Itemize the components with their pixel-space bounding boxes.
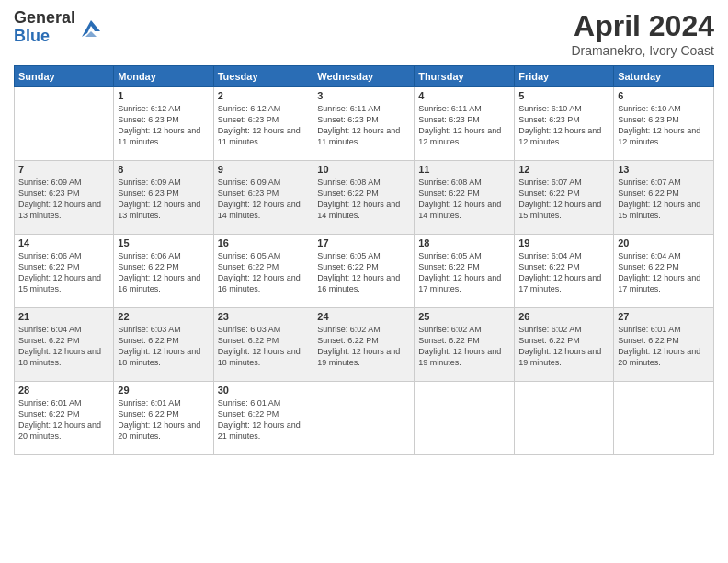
day-number: 19 <box>518 237 609 248</box>
day-info: Sunrise: 6:09 AMSunset: 6:23 PMDaylight:… <box>118 177 209 222</box>
day-info: Sunrise: 6:05 AMSunset: 6:22 PMDaylight:… <box>218 250 310 295</box>
day-number: 5 <box>518 90 609 101</box>
logo-icon <box>78 15 104 40</box>
calendar-cell: 3Sunrise: 6:11 AMSunset: 6:23 PMDaylight… <box>313 87 415 161</box>
calendar-cell: 30Sunrise: 6:01 AMSunset: 6:22 PMDayligh… <box>213 382 313 455</box>
day-info: Sunrise: 6:06 AMSunset: 6:22 PMDaylight:… <box>18 250 109 295</box>
day-number: 30 <box>218 385 310 396</box>
day-info: Sunrise: 6:11 AMSunset: 6:23 PMDaylight:… <box>317 103 410 148</box>
calendar-cell: 19Sunrise: 6:04 AMSunset: 6:22 PMDayligh… <box>515 235 614 308</box>
page-container: General Blue April 2024 Dramanekro, Ivor… <box>0 0 728 563</box>
day-info: Sunrise: 6:12 AMSunset: 6:23 PMDaylight:… <box>118 103 209 148</box>
calendar-cell: 11Sunrise: 6:08 AMSunset: 6:22 PMDayligh… <box>415 161 515 235</box>
calendar-header-monday: Monday <box>114 66 213 87</box>
day-number: 23 <box>218 311 310 322</box>
day-number: 4 <box>418 90 510 101</box>
day-info: Sunrise: 6:04 AMSunset: 6:22 PMDaylight:… <box>618 250 710 295</box>
calendar-cell: 24Sunrise: 6:02 AMSunset: 6:22 PMDayligh… <box>313 308 415 382</box>
day-number: 17 <box>317 237 410 248</box>
calendar-cell: 28Sunrise: 6:01 AMSunset: 6:22 PMDayligh… <box>15 382 114 455</box>
calendar-cell <box>515 382 614 455</box>
day-number: 29 <box>118 385 209 396</box>
day-number: 15 <box>118 237 209 248</box>
day-number: 9 <box>218 164 310 175</box>
calendar-week-row: 28Sunrise: 6:01 AMSunset: 6:22 PMDayligh… <box>15 382 714 455</box>
calendar-cell <box>313 382 415 455</box>
day-number: 7 <box>18 164 109 175</box>
day-info: Sunrise: 6:04 AMSunset: 6:22 PMDaylight:… <box>518 250 609 295</box>
day-info: Sunrise: 6:02 AMSunset: 6:22 PMDaylight:… <box>418 324 510 369</box>
day-info: Sunrise: 6:01 AMSunset: 6:22 PMDaylight:… <box>218 397 310 442</box>
day-number: 11 <box>418 164 510 175</box>
calendar-cell: 2Sunrise: 6:12 AMSunset: 6:23 PMDaylight… <box>213 87 313 161</box>
day-number: 20 <box>618 237 710 248</box>
day-info: Sunrise: 6:01 AMSunset: 6:22 PMDaylight:… <box>118 397 209 442</box>
day-number: 26 <box>518 311 609 322</box>
calendar-week-row: 21Sunrise: 6:04 AMSunset: 6:22 PMDayligh… <box>15 308 714 382</box>
day-number: 1 <box>118 90 209 101</box>
calendar-cell: 7Sunrise: 6:09 AMSunset: 6:23 PMDaylight… <box>15 161 114 235</box>
day-info: Sunrise: 6:12 AMSunset: 6:23 PMDaylight:… <box>218 103 310 148</box>
day-info: Sunrise: 6:07 AMSunset: 6:22 PMDaylight:… <box>618 177 710 222</box>
calendar-header-friday: Friday <box>515 66 614 87</box>
calendar-cell: 26Sunrise: 6:02 AMSunset: 6:22 PMDayligh… <box>515 308 614 382</box>
logo-blue: Blue <box>14 28 75 46</box>
day-info: Sunrise: 6:03 AMSunset: 6:22 PMDaylight:… <box>218 324 310 369</box>
calendar-cell: 1Sunrise: 6:12 AMSunset: 6:23 PMDaylight… <box>114 87 213 161</box>
calendar-cell <box>415 382 515 455</box>
calendar-cell: 29Sunrise: 6:01 AMSunset: 6:22 PMDayligh… <box>114 382 213 455</box>
day-info: Sunrise: 6:01 AMSunset: 6:22 PMDaylight:… <box>618 324 710 369</box>
calendar-cell: 15Sunrise: 6:06 AMSunset: 6:22 PMDayligh… <box>114 235 213 308</box>
calendar-header-saturday: Saturday <box>614 66 714 87</box>
day-info: Sunrise: 6:10 AMSunset: 6:23 PMDaylight:… <box>518 103 609 148</box>
logo-general: General <box>14 9 75 28</box>
day-info: Sunrise: 6:09 AMSunset: 6:23 PMDaylight:… <box>18 177 109 222</box>
day-number: 21 <box>18 311 109 322</box>
calendar-cell: 22Sunrise: 6:03 AMSunset: 6:22 PMDayligh… <box>114 308 213 382</box>
calendar-header-thursday: Thursday <box>415 66 515 87</box>
day-number: 27 <box>618 311 710 322</box>
calendar-cell: 14Sunrise: 6:06 AMSunset: 6:22 PMDayligh… <box>15 235 114 308</box>
day-info: Sunrise: 6:02 AMSunset: 6:22 PMDaylight:… <box>518 324 609 369</box>
calendar-cell: 12Sunrise: 6:07 AMSunset: 6:22 PMDayligh… <box>515 161 614 235</box>
day-number: 25 <box>418 311 510 322</box>
day-number: 18 <box>418 237 510 248</box>
calendar-cell: 4Sunrise: 6:11 AMSunset: 6:23 PMDaylight… <box>415 87 515 161</box>
calendar-cell: 21Sunrise: 6:04 AMSunset: 6:22 PMDayligh… <box>15 308 114 382</box>
calendar-cell: 9Sunrise: 6:09 AMSunset: 6:23 PMDaylight… <box>213 161 313 235</box>
calendar-header-wednesday: Wednesday <box>313 66 415 87</box>
calendar-cell <box>614 382 714 455</box>
day-info: Sunrise: 6:05 AMSunset: 6:22 PMDaylight:… <box>418 250 510 295</box>
logo-text: General Blue <box>14 9 75 46</box>
header: General Blue April 2024 Dramanekro, Ivor… <box>14 9 714 58</box>
calendar-cell: 20Sunrise: 6:04 AMSunset: 6:22 PMDayligh… <box>614 235 714 308</box>
day-number: 24 <box>317 311 410 322</box>
day-info: Sunrise: 6:06 AMSunset: 6:22 PMDaylight:… <box>118 250 209 295</box>
calendar-cell: 16Sunrise: 6:05 AMSunset: 6:22 PMDayligh… <box>213 235 313 308</box>
day-info: Sunrise: 6:08 AMSunset: 6:22 PMDaylight:… <box>317 177 410 222</box>
calendar-cell: 23Sunrise: 6:03 AMSunset: 6:22 PMDayligh… <box>213 308 313 382</box>
calendar-cell: 13Sunrise: 6:07 AMSunset: 6:22 PMDayligh… <box>614 161 714 235</box>
calendar-week-row: 7Sunrise: 6:09 AMSunset: 6:23 PMDaylight… <box>15 161 714 235</box>
day-number: 14 <box>18 237 109 248</box>
day-info: Sunrise: 6:09 AMSunset: 6:23 PMDaylight:… <box>218 177 310 222</box>
day-number: 8 <box>118 164 209 175</box>
calendar-cell: 8Sunrise: 6:09 AMSunset: 6:23 PMDaylight… <box>114 161 213 235</box>
calendar-cell <box>15 87 114 161</box>
day-number: 2 <box>218 90 310 101</box>
calendar-week-row: 1Sunrise: 6:12 AMSunset: 6:23 PMDaylight… <box>15 87 714 161</box>
day-number: 10 <box>317 164 410 175</box>
calendar-header-row: SundayMondayTuesdayWednesdayThursdayFrid… <box>15 66 714 87</box>
calendar-cell: 25Sunrise: 6:02 AMSunset: 6:22 PMDayligh… <box>415 308 515 382</box>
day-info: Sunrise: 6:07 AMSunset: 6:22 PMDaylight:… <box>518 177 609 222</box>
calendar-week-row: 14Sunrise: 6:06 AMSunset: 6:22 PMDayligh… <box>15 235 714 308</box>
calendar-cell: 5Sunrise: 6:10 AMSunset: 6:23 PMDaylight… <box>515 87 614 161</box>
calendar-header-tuesday: Tuesday <box>213 66 313 87</box>
day-info: Sunrise: 6:01 AMSunset: 6:22 PMDaylight:… <box>18 397 109 442</box>
calendar-cell: 27Sunrise: 6:01 AMSunset: 6:22 PMDayligh… <box>614 308 714 382</box>
calendar-cell: 17Sunrise: 6:05 AMSunset: 6:22 PMDayligh… <box>313 235 415 308</box>
day-number: 28 <box>18 385 109 396</box>
title-block: April 2024 Dramanekro, Ivory Coast <box>571 9 714 58</box>
day-number: 16 <box>218 237 310 248</box>
day-info: Sunrise: 6:04 AMSunset: 6:22 PMDaylight:… <box>18 324 109 369</box>
